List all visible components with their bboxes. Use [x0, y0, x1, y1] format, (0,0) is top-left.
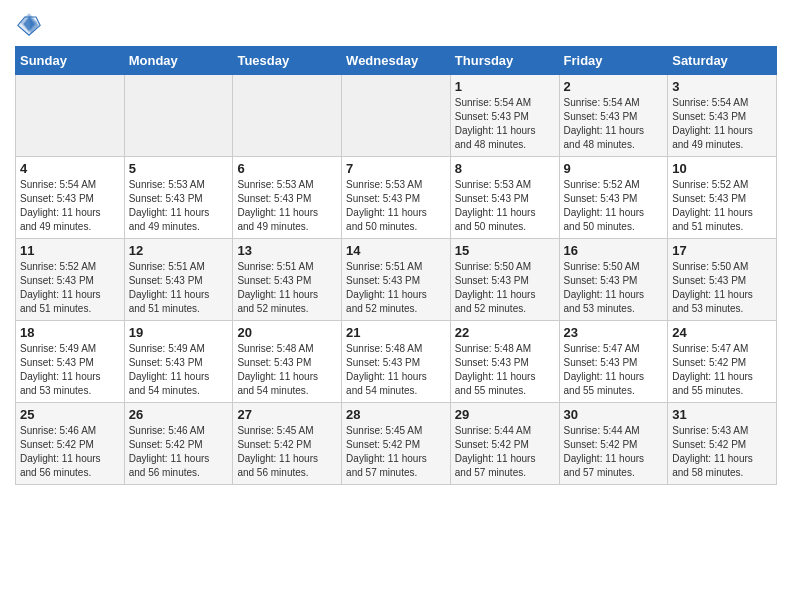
calendar-cell: 17Sunrise: 5:50 AM Sunset: 5:43 PM Dayli… [668, 239, 777, 321]
weekday-header-thursday: Thursday [450, 47, 559, 75]
weekday-header-monday: Monday [124, 47, 233, 75]
day-info: Sunrise: 5:50 AM Sunset: 5:43 PM Dayligh… [672, 260, 772, 316]
day-info: Sunrise: 5:49 AM Sunset: 5:43 PM Dayligh… [129, 342, 229, 398]
calendar-cell: 7Sunrise: 5:53 AM Sunset: 5:43 PM Daylig… [342, 157, 451, 239]
calendar-cell: 24Sunrise: 5:47 AM Sunset: 5:42 PM Dayli… [668, 321, 777, 403]
day-info: Sunrise: 5:53 AM Sunset: 5:43 PM Dayligh… [129, 178, 229, 234]
day-number: 14 [346, 243, 446, 258]
day-info: Sunrise: 5:44 AM Sunset: 5:42 PM Dayligh… [564, 424, 664, 480]
calendar-cell [16, 75, 125, 157]
day-info: Sunrise: 5:44 AM Sunset: 5:42 PM Dayligh… [455, 424, 555, 480]
calendar-week-row: 1Sunrise: 5:54 AM Sunset: 5:43 PM Daylig… [16, 75, 777, 157]
calendar-cell: 15Sunrise: 5:50 AM Sunset: 5:43 PM Dayli… [450, 239, 559, 321]
day-number: 28 [346, 407, 446, 422]
logo [15, 10, 47, 38]
day-info: Sunrise: 5:48 AM Sunset: 5:43 PM Dayligh… [455, 342, 555, 398]
calendar-cell: 28Sunrise: 5:45 AM Sunset: 5:42 PM Dayli… [342, 403, 451, 485]
day-number: 21 [346, 325, 446, 340]
calendar-cell: 2Sunrise: 5:54 AM Sunset: 5:43 PM Daylig… [559, 75, 668, 157]
day-info: Sunrise: 5:46 AM Sunset: 5:42 PM Dayligh… [20, 424, 120, 480]
day-info: Sunrise: 5:50 AM Sunset: 5:43 PM Dayligh… [564, 260, 664, 316]
calendar-cell: 12Sunrise: 5:51 AM Sunset: 5:43 PM Dayli… [124, 239, 233, 321]
calendar-table: SundayMondayTuesdayWednesdayThursdayFrid… [15, 46, 777, 485]
day-info: Sunrise: 5:54 AM Sunset: 5:43 PM Dayligh… [672, 96, 772, 152]
calendar-cell: 18Sunrise: 5:49 AM Sunset: 5:43 PM Dayli… [16, 321, 125, 403]
calendar-cell: 6Sunrise: 5:53 AM Sunset: 5:43 PM Daylig… [233, 157, 342, 239]
day-info: Sunrise: 5:54 AM Sunset: 5:43 PM Dayligh… [20, 178, 120, 234]
logo-icon [15, 10, 43, 38]
day-number: 29 [455, 407, 555, 422]
day-number: 2 [564, 79, 664, 94]
day-number: 16 [564, 243, 664, 258]
calendar-header: SundayMondayTuesdayWednesdayThursdayFrid… [16, 47, 777, 75]
calendar-cell: 19Sunrise: 5:49 AM Sunset: 5:43 PM Dayli… [124, 321, 233, 403]
day-number: 7 [346, 161, 446, 176]
calendar-cell: 29Sunrise: 5:44 AM Sunset: 5:42 PM Dayli… [450, 403, 559, 485]
day-number: 1 [455, 79, 555, 94]
day-info: Sunrise: 5:45 AM Sunset: 5:42 PM Dayligh… [237, 424, 337, 480]
day-number: 15 [455, 243, 555, 258]
calendar-cell: 5Sunrise: 5:53 AM Sunset: 5:43 PM Daylig… [124, 157, 233, 239]
day-number: 31 [672, 407, 772, 422]
calendar-cell: 10Sunrise: 5:52 AM Sunset: 5:43 PM Dayli… [668, 157, 777, 239]
day-info: Sunrise: 5:49 AM Sunset: 5:43 PM Dayligh… [20, 342, 120, 398]
calendar-cell: 13Sunrise: 5:51 AM Sunset: 5:43 PM Dayli… [233, 239, 342, 321]
day-info: Sunrise: 5:48 AM Sunset: 5:43 PM Dayligh… [237, 342, 337, 398]
day-info: Sunrise: 5:51 AM Sunset: 5:43 PM Dayligh… [346, 260, 446, 316]
weekday-header-friday: Friday [559, 47, 668, 75]
day-number: 23 [564, 325, 664, 340]
calendar-cell [233, 75, 342, 157]
day-info: Sunrise: 5:52 AM Sunset: 5:43 PM Dayligh… [672, 178, 772, 234]
day-info: Sunrise: 5:53 AM Sunset: 5:43 PM Dayligh… [237, 178, 337, 234]
calendar-cell [124, 75, 233, 157]
weekday-header-saturday: Saturday [668, 47, 777, 75]
day-info: Sunrise: 5:43 AM Sunset: 5:42 PM Dayligh… [672, 424, 772, 480]
day-number: 19 [129, 325, 229, 340]
day-info: Sunrise: 5:51 AM Sunset: 5:43 PM Dayligh… [237, 260, 337, 316]
day-number: 11 [20, 243, 120, 258]
calendar-week-row: 18Sunrise: 5:49 AM Sunset: 5:43 PM Dayli… [16, 321, 777, 403]
calendar-cell: 16Sunrise: 5:50 AM Sunset: 5:43 PM Dayli… [559, 239, 668, 321]
day-info: Sunrise: 5:51 AM Sunset: 5:43 PM Dayligh… [129, 260, 229, 316]
calendar-cell: 27Sunrise: 5:45 AM Sunset: 5:42 PM Dayli… [233, 403, 342, 485]
day-info: Sunrise: 5:52 AM Sunset: 5:43 PM Dayligh… [564, 178, 664, 234]
weekday-header-sunday: Sunday [16, 47, 125, 75]
day-info: Sunrise: 5:54 AM Sunset: 5:43 PM Dayligh… [564, 96, 664, 152]
day-number: 6 [237, 161, 337, 176]
day-info: Sunrise: 5:53 AM Sunset: 5:43 PM Dayligh… [346, 178, 446, 234]
day-number: 27 [237, 407, 337, 422]
calendar-cell: 21Sunrise: 5:48 AM Sunset: 5:43 PM Dayli… [342, 321, 451, 403]
day-number: 10 [672, 161, 772, 176]
day-info: Sunrise: 5:54 AM Sunset: 5:43 PM Dayligh… [455, 96, 555, 152]
calendar-week-row: 25Sunrise: 5:46 AM Sunset: 5:42 PM Dayli… [16, 403, 777, 485]
day-info: Sunrise: 5:45 AM Sunset: 5:42 PM Dayligh… [346, 424, 446, 480]
day-number: 25 [20, 407, 120, 422]
day-info: Sunrise: 5:53 AM Sunset: 5:43 PM Dayligh… [455, 178, 555, 234]
calendar-week-row: 11Sunrise: 5:52 AM Sunset: 5:43 PM Dayli… [16, 239, 777, 321]
weekday-header-tuesday: Tuesday [233, 47, 342, 75]
calendar-cell: 11Sunrise: 5:52 AM Sunset: 5:43 PM Dayli… [16, 239, 125, 321]
calendar-cell [342, 75, 451, 157]
calendar-cell: 14Sunrise: 5:51 AM Sunset: 5:43 PM Dayli… [342, 239, 451, 321]
day-info: Sunrise: 5:47 AM Sunset: 5:42 PM Dayligh… [672, 342, 772, 398]
calendar-week-row: 4Sunrise: 5:54 AM Sunset: 5:43 PM Daylig… [16, 157, 777, 239]
day-number: 8 [455, 161, 555, 176]
calendar-cell: 22Sunrise: 5:48 AM Sunset: 5:43 PM Dayli… [450, 321, 559, 403]
day-number: 24 [672, 325, 772, 340]
day-number: 18 [20, 325, 120, 340]
calendar-cell: 23Sunrise: 5:47 AM Sunset: 5:43 PM Dayli… [559, 321, 668, 403]
calendar-cell: 3Sunrise: 5:54 AM Sunset: 5:43 PM Daylig… [668, 75, 777, 157]
day-number: 3 [672, 79, 772, 94]
calendar-cell: 31Sunrise: 5:43 AM Sunset: 5:42 PM Dayli… [668, 403, 777, 485]
day-info: Sunrise: 5:50 AM Sunset: 5:43 PM Dayligh… [455, 260, 555, 316]
day-number: 4 [20, 161, 120, 176]
calendar-cell: 1Sunrise: 5:54 AM Sunset: 5:43 PM Daylig… [450, 75, 559, 157]
day-number: 30 [564, 407, 664, 422]
day-info: Sunrise: 5:47 AM Sunset: 5:43 PM Dayligh… [564, 342, 664, 398]
day-number: 20 [237, 325, 337, 340]
day-info: Sunrise: 5:52 AM Sunset: 5:43 PM Dayligh… [20, 260, 120, 316]
calendar-cell: 4Sunrise: 5:54 AM Sunset: 5:43 PM Daylig… [16, 157, 125, 239]
day-info: Sunrise: 5:48 AM Sunset: 5:43 PM Dayligh… [346, 342, 446, 398]
day-info: Sunrise: 5:46 AM Sunset: 5:42 PM Dayligh… [129, 424, 229, 480]
weekday-header-wednesday: Wednesday [342, 47, 451, 75]
